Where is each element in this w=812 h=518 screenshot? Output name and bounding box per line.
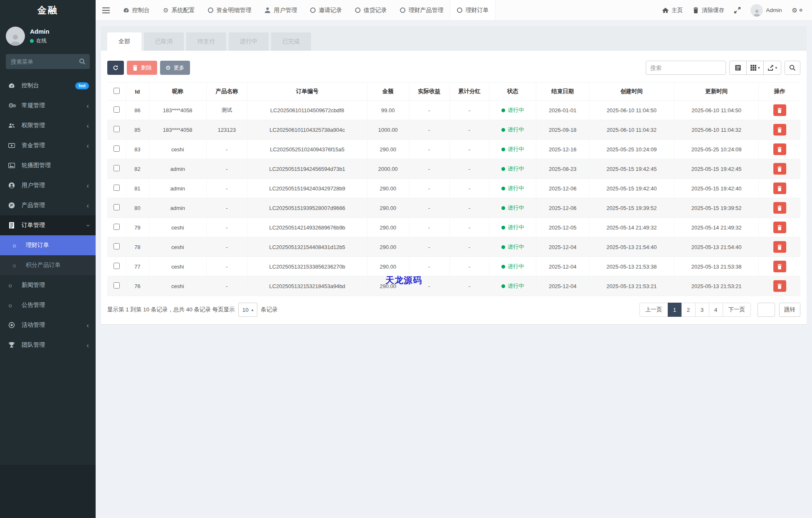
fullscreen-button[interactable] [734, 7, 740, 13]
sidebar-search-input[interactable] [6, 54, 90, 69]
row-checkbox[interactable] [114, 243, 120, 249]
delete-row-button[interactable] [773, 261, 786, 272]
tab-fund-details[interactable]: 资金明细管理 [201, 0, 258, 20]
detail-view-button[interactable] [729, 61, 747, 75]
cell-updated-at: 2025-05-13 21:54:40 [674, 237, 759, 257]
delete-row-button[interactable] [773, 163, 786, 175]
filter-tab-all[interactable]: 全部 [107, 32, 141, 51]
row-checkbox[interactable] [114, 282, 120, 289]
chevron-left-icon: ‹ [86, 182, 89, 189]
page-jump-input[interactable] [758, 303, 775, 317]
filter-tab-pending-payment[interactable]: 待支付 [186, 32, 226, 51]
sidebar-item-label: 用户管理 [22, 182, 45, 189]
status-dot-icon [501, 226, 505, 229]
cell-created-at: 2025-05-15 19:39:52 [589, 198, 674, 218]
sidebar-item-activities[interactable]: 活动管理 ‹ [0, 315, 96, 335]
tab-finance-orders[interactable]: 理财订单 [450, 0, 496, 20]
delete-row-button[interactable] [773, 183, 786, 194]
sidebar-item-permissions[interactable]: 权限管理 ‹ [0, 116, 96, 136]
status-text: 进行中 [508, 126, 524, 133]
pagination-page-1[interactable]: 1 [668, 303, 682, 317]
cell-amount: 290.00 [367, 218, 409, 237]
export-button[interactable]: ▾ [763, 61, 781, 75]
chevron-left-icon: ‹ [86, 102, 89, 109]
sidebar-item-general[interactable]: ⚙⚙ 常规管理 ‹ [0, 96, 96, 116]
topnav-tabs: 控制台 ⚙ 系统配置 资金明细管理 用户管理 邀请记录 [116, 0, 496, 20]
cell-total-dividend: - [449, 120, 489, 140]
cell-status: 进行中 [489, 120, 536, 140]
pagination-prev[interactable]: 上一页 [639, 303, 668, 317]
delete-row-button[interactable] [773, 241, 786, 253]
cell-actual-income: - [409, 140, 449, 159]
sidebar-item-teams[interactable]: 团队管理 ‹ [0, 335, 96, 355]
select-all-checkbox[interactable] [114, 88, 120, 94]
sidebar-item-funds[interactable]: 资金管理 ‹ [0, 136, 96, 155]
row-checkbox[interactable] [114, 106, 120, 113]
row-checkbox[interactable] [114, 146, 120, 152]
column-header-id: Id [126, 83, 149, 101]
orders-panel: 全部 已取消 待支付 进行中 已完成 删除 [101, 26, 807, 324]
cell-total-dividend: - [449, 237, 489, 257]
filter-tab-in-progress[interactable]: 进行中 [229, 32, 269, 51]
tab-loan-records[interactable]: 借贷记录 [348, 0, 393, 20]
cell-id: 78 [126, 237, 149, 257]
chevron-down-icon: ‹ [84, 224, 91, 227]
sidebar-item-dashboard[interactable]: 控制台 hot [0, 76, 96, 96]
refresh-button[interactable] [107, 61, 124, 75]
page-size-select[interactable]: 10 ▴ [238, 303, 258, 317]
clear-cache-button[interactable]: 清除缓存 [693, 7, 724, 14]
delete-row-button[interactable] [773, 143, 786, 155]
pagination-page-4[interactable]: 4 [709, 303, 723, 317]
sidebar-item-carousel[interactable]: 轮播图管理 [0, 155, 96, 175]
user-menu[interactable]: Admin [750, 4, 782, 17]
sidebar-item-orders[interactable]: 订单管理 ‹ [0, 215, 96, 235]
search-submit-button[interactable] [785, 61, 800, 75]
cell-updated-at: 2025-05-14 21:49:32 [674, 218, 759, 237]
tab-finance-products[interactable]: 理财产品管理 [393, 0, 450, 20]
pagination-page-3[interactable]: 3 [695, 303, 709, 317]
delete-button[interactable]: 删除 [127, 61, 157, 75]
sidebar-item-news[interactable]: ○ 新闻管理 [0, 275, 96, 295]
row-checkbox[interactable] [114, 165, 120, 171]
pagination-page-2[interactable]: 2 [681, 303, 696, 317]
status-text: 进行中 [508, 204, 524, 212]
sidebar-item-products[interactable]: P 产品管理 ‹ [0, 195, 96, 215]
tab-invite-records[interactable]: 邀请记录 [304, 0, 348, 20]
row-checkbox[interactable] [114, 185, 120, 191]
trash-icon [693, 7, 699, 13]
row-checkbox[interactable] [114, 126, 120, 132]
tab-user-management[interactable]: 用户管理 [258, 0, 304, 20]
gear-icon: ⚙ [163, 7, 168, 14]
row-checkbox[interactable] [114, 263, 120, 269]
sidebar-item-announcements[interactable]: ○ 公告管理 [0, 295, 96, 315]
sidebar-item-users[interactable]: 用户管理 ‹ [0, 175, 96, 195]
circle-icon [208, 7, 213, 13]
delete-row-button[interactable] [773, 202, 786, 214]
more-button[interactable]: ⚙ 更多 [160, 61, 190, 75]
table-row: 76 ceshi - LC202505132153218453a94bd 290… [107, 276, 800, 296]
status-dot-icon [501, 265, 505, 269]
sidebar-item-finance-orders[interactable]: ○ 理财订单 [0, 235, 96, 255]
pagination-next[interactable]: 下一页 [723, 303, 751, 317]
row-checkbox[interactable] [114, 204, 120, 210]
delete-row-button[interactable] [773, 124, 786, 136]
row-checkbox[interactable] [114, 224, 120, 230]
delete-row-button[interactable] [773, 222, 786, 233]
table-header-row: Id 昵称 产品名称 订单编号 金额 实际收益 累计分红 状态 结束日期 创建时… [107, 83, 800, 101]
columns-view-button[interactable]: ▾ [746, 61, 764, 75]
delete-row-button[interactable] [773, 280, 786, 292]
sidebar-item-points-orders[interactable]: ○ 积分产品订单 [0, 255, 96, 275]
records-summary-suffix: 条记录 [261, 306, 278, 313]
tab-dashboard[interactable]: 控制台 [116, 0, 156, 20]
page-jump-button[interactable]: 跳转 [779, 303, 800, 317]
filter-tab-cancelled[interactable]: 已取消 [144, 32, 184, 51]
hamburger-menu-icon[interactable] [96, 0, 116, 20]
delete-row-button[interactable] [773, 104, 786, 116]
filter-tab-completed[interactable]: 已完成 [271, 32, 311, 51]
tab-system-config[interactable]: ⚙ 系统配置 [156, 0, 201, 20]
settings-cogs-icon[interactable]: ⚙⚙ [792, 7, 803, 14]
table-search-input[interactable] [646, 61, 726, 75]
home-link[interactable]: 主页 [662, 7, 683, 14]
sidebar-item-label: 理财订单 [26, 242, 49, 249]
cell-id: 86 [126, 101, 149, 120]
